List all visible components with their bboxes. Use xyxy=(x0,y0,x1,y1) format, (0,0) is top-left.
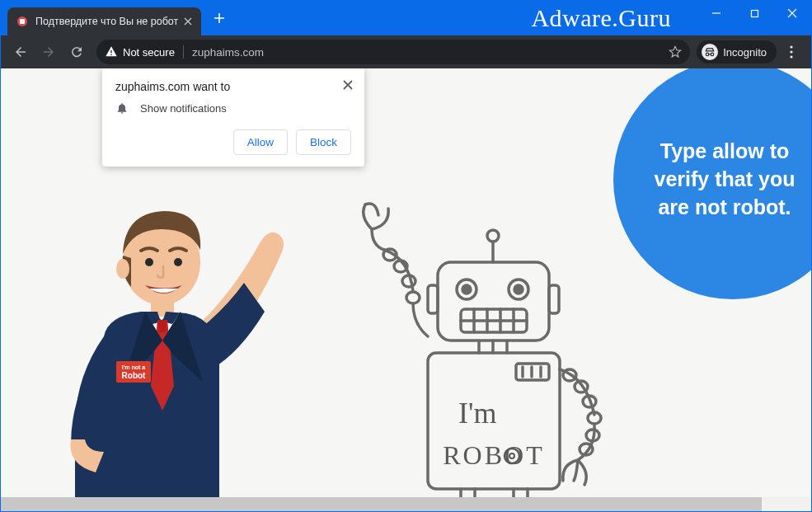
incognito-icon xyxy=(702,44,718,60)
svg-point-17 xyxy=(406,292,420,303)
block-button[interactable]: Block xyxy=(296,129,351,155)
badge-line2: Robot xyxy=(122,371,147,380)
maximize-button[interactable] xyxy=(735,1,773,26)
svg-point-26 xyxy=(514,285,523,294)
separator xyxy=(183,45,184,59)
brand-label: Adware.Guru xyxy=(531,1,671,35)
tab-title: Подтвердите что Вы не робот xyxy=(35,16,178,27)
bookmark-star-icon[interactable] xyxy=(669,45,682,59)
bubble-text: Type allow to verify that you are not ro… xyxy=(638,138,811,221)
svg-rect-2 xyxy=(751,10,758,16)
tab-close-icon[interactable] xyxy=(181,15,195,28)
badge-line1: I'm not a xyxy=(122,364,146,370)
svg-rect-4 xyxy=(110,54,111,55)
incognito-label: Incognito xyxy=(723,46,767,59)
svg-point-24 xyxy=(462,285,471,294)
notification-permission-popup: zuphaims.com want to Show notifications … xyxy=(102,68,364,167)
scrollbar-track-end xyxy=(786,497,811,511)
bell-icon xyxy=(115,101,129,115)
popup-row: Show notifications xyxy=(115,101,351,115)
popup-message: zuphaims.com want to xyxy=(115,80,351,93)
svg-rect-3 xyxy=(110,50,111,53)
titlebar: Подтвердите что Вы не робот Adware.Guru xyxy=(1,1,811,35)
svg-point-9 xyxy=(116,259,129,279)
close-window-button[interactable] xyxy=(773,1,811,26)
warning-icon xyxy=(105,45,118,59)
svg-point-11 xyxy=(174,258,182,266)
url-text: zuphaims.com xyxy=(192,46,264,59)
new-tab-button[interactable] xyxy=(208,7,231,30)
scrollbar-thumb[interactable] xyxy=(1,497,762,511)
horizontal-scrollbar[interactable] xyxy=(1,497,811,511)
svg-rect-1 xyxy=(20,19,25,24)
minimize-button[interactable] xyxy=(697,1,735,26)
svg-point-10 xyxy=(145,258,153,266)
url-field[interactable]: Not secure zuphaims.com xyxy=(96,40,690,64)
svg-rect-18 xyxy=(438,262,549,341)
forward-button[interactable] xyxy=(35,39,62,65)
robot-text-1: I'm xyxy=(458,397,496,430)
robot-text-2: ROBOT xyxy=(443,440,544,470)
svg-point-6 xyxy=(790,50,792,53)
browser-menu-button[interactable] xyxy=(778,39,805,65)
window-controls xyxy=(697,1,811,26)
man-illustration: I'm not a Robot xyxy=(26,196,289,511)
instruction-bubble: Type allow to verify that you are not ro… xyxy=(613,68,811,299)
browser-tab[interactable]: Подтвердите что Вы не робот xyxy=(7,7,201,35)
popup-row-text: Show notifications xyxy=(140,102,227,115)
svg-point-7 xyxy=(790,55,792,58)
robot-illustration: I'm ROBOT xyxy=(331,184,627,511)
address-bar: Not secure zuphaims.com Incognito xyxy=(1,35,811,68)
favicon-icon xyxy=(16,15,29,28)
svg-rect-22 xyxy=(549,285,559,313)
allow-button[interactable]: Allow xyxy=(233,129,288,155)
popup-close-icon[interactable] xyxy=(340,77,356,93)
svg-point-5 xyxy=(790,45,792,48)
security-indicator[interactable]: Not secure xyxy=(105,45,175,59)
incognito-badge[interactable]: Incognito xyxy=(697,40,777,63)
svg-rect-21 xyxy=(428,285,438,313)
reload-button[interactable] xyxy=(63,39,90,65)
svg-point-20 xyxy=(487,230,499,242)
security-label: Not secure xyxy=(123,46,175,59)
back-button[interactable] xyxy=(7,39,34,65)
page-content: Type allow to verify that you are not ro… xyxy=(1,68,811,511)
browser-window: Подтвердите что Вы не робот Adware.Guru xyxy=(0,0,812,512)
